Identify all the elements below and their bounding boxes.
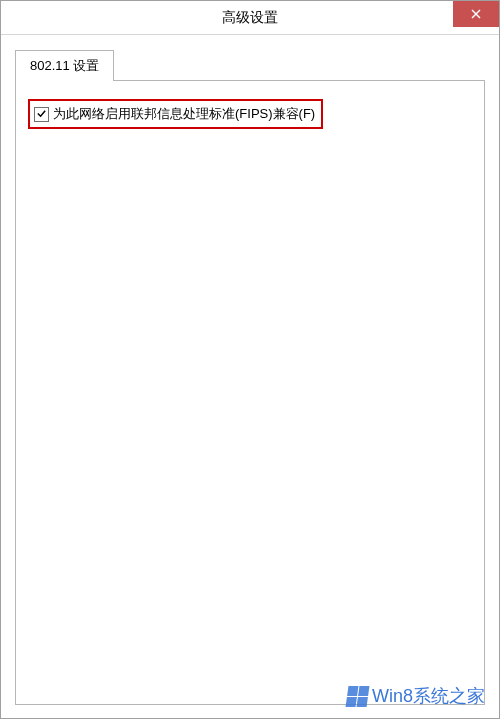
watermark: Win8系统之家 (347, 684, 485, 708)
check-icon (36, 107, 47, 122)
highlight-annotation: 为此网络启用联邦信息处理标准(FIPS)兼容(F) (28, 99, 323, 129)
window-title: 高级设置 (222, 9, 278, 27)
close-icon (471, 7, 481, 22)
title-bar: 高级设置 (1, 1, 499, 35)
content-area: 802.11 设置 为此网络启用联邦信息处理标准(FIPS)兼容(F) (1, 35, 499, 718)
fips-checkbox[interactable] (34, 107, 49, 122)
tab-body: 为此网络启用联邦信息处理标准(FIPS)兼容(F) (15, 80, 485, 705)
tab-container: 802.11 设置 为此网络启用联邦信息处理标准(FIPS)兼容(F) (15, 49, 485, 704)
tab-label: 802.11 设置 (30, 58, 99, 73)
close-button[interactable] (453, 1, 499, 27)
watermark-text: Win8系统之家 (372, 684, 485, 708)
tab-80211-settings[interactable]: 802.11 设置 (15, 50, 114, 81)
dialog-window: 高级设置 802.11 设置 (0, 0, 500, 719)
windows-logo-icon (346, 686, 370, 707)
fips-checkbox-label: 为此网络启用联邦信息处理标准(FIPS)兼容(F) (53, 105, 315, 123)
tab-header: 802.11 设置 (15, 49, 485, 80)
